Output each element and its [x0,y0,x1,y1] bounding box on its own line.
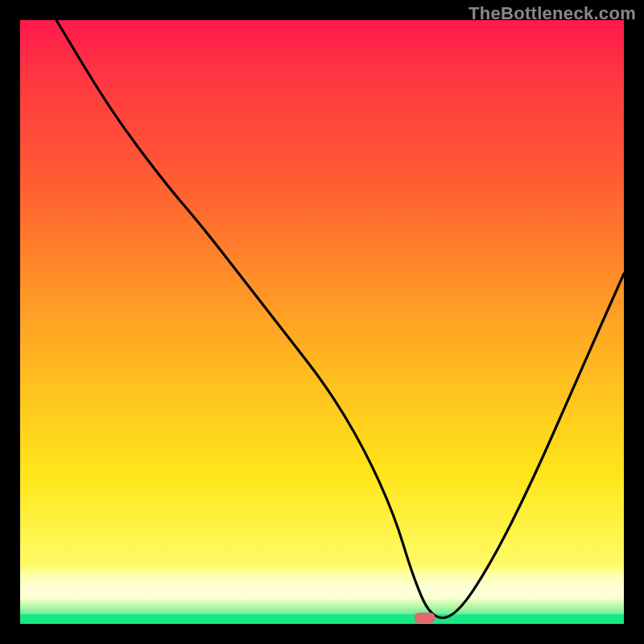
marker-pill [415,613,436,623]
curve-layer [20,20,624,624]
bottleneck-curve [56,20,624,618]
plot-area [20,20,624,624]
chart-frame: TheBottleneck.com [0,0,644,644]
watermark-text: TheBottleneck.com [469,3,636,24]
